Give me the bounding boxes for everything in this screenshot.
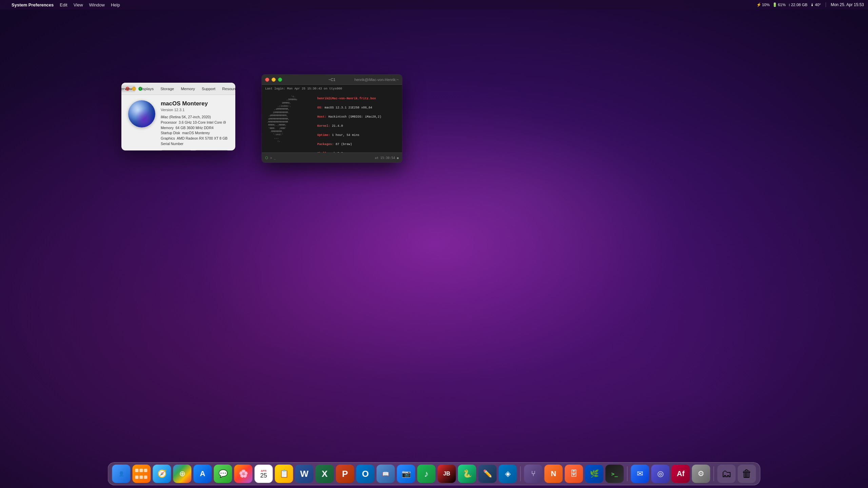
macos-name: macOS Monterey [161, 100, 229, 107]
machine-detail: iMac (Retina 5K, 27-inch, 2020) Processo… [161, 115, 229, 147]
menubar-battery: 🔋 61% [772, 2, 786, 7]
dock-item-photos[interactable]: 🌸 [234, 465, 253, 483]
dock-separator-3 [714, 466, 714, 481]
dock-item-dict[interactable]: 📖 [377, 465, 395, 483]
dock-item-appstore[interactable]: A [194, 465, 212, 483]
sysprefs-info: macOS Monterey Version 12.3.1 iMac (Reti… [161, 100, 229, 150]
terminal-ascii-art: 'c. ,OMMMMo OMMM0, .;loddo:. ,dMMMMMMM, … [265, 92, 297, 152]
system-report-button[interactable]: System Report... [161, 150, 192, 151]
menubar-app-name[interactable]: System Preferences [12, 2, 54, 7]
menubar-network: ↕ 22.08 GB [788, 3, 807, 7]
dock-item-sysprefs[interactable]: ⚙ [692, 465, 710, 483]
tab-displays[interactable]: Displays [136, 85, 157, 92]
dock-item-notes[interactable]: 📋 [275, 465, 293, 483]
dock-item-word[interactable]: W [295, 465, 314, 483]
dock-item-sourcetree[interactable]: 🌿 [585, 465, 604, 483]
terminal-close-button[interactable] [265, 78, 269, 82]
dock-item-iterm[interactable]: >_ [606, 465, 624, 483]
dock-item-finder[interactable]: 👤 [112, 465, 131, 483]
dock-separator-2 [627, 466, 628, 481]
menubar-window[interactable]: Window [89, 2, 105, 7]
dock-item-fork[interactable]: ⑂ [524, 465, 542, 483]
terminal-tab-name: ~C1 [329, 78, 336, 82]
dock-item-launchpad[interactable] [133, 465, 151, 483]
terminal-maximize-button[interactable] [278, 78, 282, 82]
desktop-wallpaper [0, 0, 868, 488]
menubar-view[interactable]: View [74, 2, 83, 7]
dock: 👤 🧭 ⊕ A 💬 🌸 APR 25 📋 W X P O 📖 📷 ♪ JB 🐍 … [108, 462, 761, 485]
tab-overview[interactable]: Overview [121, 85, 136, 92]
dock-separator [520, 466, 521, 481]
terminal-bottom-bar: ⬡ > _ at 15:30:54 ● [262, 152, 402, 163]
dock-item-safari[interactable]: 🧭 [153, 465, 171, 483]
dock-item-outlook[interactable]: O [356, 465, 375, 483]
terminal-main-row: 'c. ,OMMMMo OMMM0, .;loddo:. ,dMMMMMMM, … [265, 92, 399, 152]
sysprefs-titlebar: Overview Displays Storage Memory Support… [121, 83, 235, 95]
sysprefs-tabs: Overview Displays Storage Memory Support… [121, 85, 235, 92]
software-update-button[interactable]: Software Update... [195, 150, 229, 151]
tab-storage[interactable]: Storage [157, 85, 177, 92]
dock-item-finder2[interactable]: 🗂 [717, 465, 736, 483]
dock-item-jetbrains[interactable]: JB [438, 465, 456, 483]
macos-version: Version 12.3.1 [161, 108, 229, 112]
dock-item-excel[interactable]: X [316, 465, 334, 483]
terminal-window: ~C1 henrik@iMac-von-Henrik:~ Last login:… [262, 75, 402, 163]
dock-item-trash[interactable]: 🗑 [738, 465, 756, 483]
dock-item-zoom[interactable]: 📷 [397, 465, 415, 483]
terminal-traffic-lights [265, 78, 282, 82]
dock-item-pycharm[interactable]: 🐍 [458, 465, 476, 483]
terminal-titlebar: ~C1 henrik@iMac-von-Henrik:~ [262, 75, 402, 85]
dock-item-tableplus[interactable]: 🗄 [565, 465, 583, 483]
menubar-clock: Mon 25. Apr 15:53 [831, 2, 864, 7]
menubar-edit[interactable]: Edit [60, 2, 67, 7]
menubar-cpu: ⚡ 10% [756, 2, 770, 7]
menubar-left: System Preferences Edit View Window Help [4, 2, 120, 7]
tab-memory[interactable]: Memory [177, 85, 198, 92]
terminal-body[interactable]: Last login: Mon Apr 25 15:30:43 on ttys0… [262, 85, 402, 152]
dock-item-bbeditor[interactable]: ✏️ [478, 465, 497, 483]
menubar-right: ⚡ 10% 🔋 61% ↕ 22.08 GB 🌡 40° Mon 25. Apr… [756, 2, 864, 7]
terminal-sysinfo: henrik@iMac-von-Henrik.fritz.box OS: mac… [303, 92, 400, 152]
sysprefs-buttons: System Report... Software Update... [161, 150, 229, 151]
menubar-help[interactable]: Help [111, 2, 120, 7]
menubar: System Preferences Edit View Window Help… [0, 0, 868, 9]
dock-item-calendar[interactable]: APR 25 [255, 465, 273, 483]
sysprefs-content: macOS Monterey Version 12.3.1 iMac (Reti… [121, 95, 235, 150]
dock-item-screenium[interactable]: ◎ [651, 465, 670, 483]
terminal-login-line: Last login: Mon Apr 25 15:30:43 on ttys0… [265, 87, 399, 91]
dock-item-affinity[interactable]: Af [672, 465, 690, 483]
tab-resources[interactable]: Resources [219, 85, 235, 92]
terminal-minimize-button[interactable] [272, 78, 276, 82]
terminal-timestamp: at 15:30:54 ● [375, 156, 399, 160]
tab-support[interactable]: Support [198, 85, 219, 92]
sysprefs-window: Overview Displays Storage Memory Support… [121, 83, 235, 150]
menubar-temp: 🌡 40° [810, 3, 821, 7]
dock-item-nova[interactable]: N [545, 465, 563, 483]
terminal-window-title: henrik@iMac-von-Henrik:~ [354, 78, 399, 82]
dock-item-messages[interactable]: 💬 [214, 465, 232, 483]
dock-item-vscode[interactable]: ◈ [499, 465, 517, 483]
terminal-bottom-prompt: > _ [270, 156, 276, 160]
macos-logo [128, 100, 155, 150]
dock-item-chrome[interactable]: ⊕ [173, 465, 192, 483]
dock-item-ppt[interactable]: P [336, 465, 354, 483]
dock-item-mail[interactable]: ✉ [631, 465, 649, 483]
dock-item-spotify[interactable]: ♪ [417, 465, 436, 483]
